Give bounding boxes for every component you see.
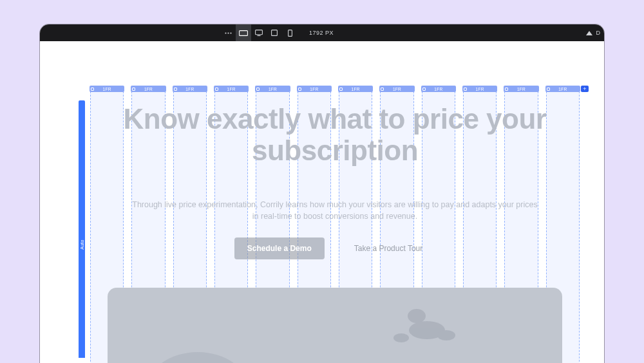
grid-column-header-label: 1FR xyxy=(144,87,153,91)
grid-column-header[interactable]: 1FR xyxy=(379,86,414,92)
grid-column-header[interactable]: 1FR xyxy=(131,86,166,92)
editor-canvas[interactable]: Auto 1FR 1FR 1FR 1FR 1FR 1FR 1FR 1FR 1FR… xyxy=(40,41,604,363)
schedule-demo-button[interactable]: Schedule a Demo xyxy=(234,237,325,259)
grid-column-header-label: 1FR xyxy=(352,87,360,91)
svg-point-2 xyxy=(230,32,231,33)
grid-column-header[interactable]: 1FR xyxy=(504,86,538,92)
breakpoint-tablet-button[interactable] xyxy=(267,24,282,41)
grid-row-marker[interactable]: Auto xyxy=(79,100,85,358)
svg-point-11 xyxy=(393,333,409,342)
add-column-button[interactable]: + xyxy=(581,86,589,92)
page-headline: Know exactly what to price your subscrip… xyxy=(90,103,580,167)
svg-point-1 xyxy=(227,32,229,33)
svg-rect-3 xyxy=(240,30,248,35)
product-tour-button[interactable]: Take a Product Tour xyxy=(341,237,436,259)
grid-column-header[interactable]: 1FR xyxy=(545,86,580,92)
grid-row-label: Auto xyxy=(80,239,84,250)
toolbar-right-label: D xyxy=(596,30,601,36)
grid-column-header-label: 1FR xyxy=(476,87,484,91)
grid-column-header-icon xyxy=(298,88,301,91)
breakpoint-mobile-button[interactable] xyxy=(282,24,298,41)
grid-column-header-icon xyxy=(505,88,508,91)
grid-column-header[interactable]: 1FR xyxy=(255,86,290,92)
grid-column-header-label: 1FR xyxy=(558,87,567,91)
breakpoint-desktop-button[interactable] xyxy=(251,24,267,41)
svg-rect-7 xyxy=(288,30,292,36)
grid-column-header-label: 1FR xyxy=(310,87,318,91)
grid-column-header-icon xyxy=(91,88,94,91)
viewport-width-readout[interactable]: 1792 PX xyxy=(309,30,334,36)
svg-point-0 xyxy=(225,32,226,33)
hero-illustration-figure xyxy=(388,304,459,349)
grid-column-header-icon xyxy=(422,88,426,91)
hero-decorative-shape xyxy=(146,352,249,363)
editor-top-toolbar: 1792 PX D xyxy=(40,24,604,41)
grid-column-header[interactable]: 1FR xyxy=(214,86,249,92)
grid-column-header-label: 1FR xyxy=(103,87,111,91)
grid-column-header[interactable]: 1FR xyxy=(338,86,373,92)
grid-column-header-icon xyxy=(547,88,550,91)
grid-column-header[interactable]: 1FR xyxy=(462,86,497,92)
grid-column-header-label: 1FR xyxy=(185,87,194,91)
svg-point-8 xyxy=(408,309,426,323)
grid-column-header-icon xyxy=(381,88,384,91)
svg-rect-6 xyxy=(272,30,278,36)
hero-media-block xyxy=(108,288,563,363)
grid-column-header-label: 1FR xyxy=(269,87,277,91)
grid-column-header[interactable]: 1FR xyxy=(297,86,332,92)
svg-point-10 xyxy=(437,330,455,340)
design-editor-window: 1792 PX D Auto 1FR 1FR 1FR 1FR 1FR 1FR 1… xyxy=(40,24,604,363)
toolbar-dropdown-icon[interactable] xyxy=(586,31,592,35)
grid-column-header-icon xyxy=(256,88,260,91)
grid-column-header-icon xyxy=(174,88,177,91)
grid-column-header-icon xyxy=(339,88,343,91)
grid-column-header-icon xyxy=(464,88,467,91)
grid-column-header[interactable]: 1FR xyxy=(421,86,456,92)
svg-rect-4 xyxy=(256,30,263,35)
grid-column-header-label: 1FR xyxy=(393,87,401,91)
grid-column-header-label: 1FR xyxy=(434,87,442,91)
grid-column-header-icon xyxy=(132,88,135,91)
plus-icon: + xyxy=(583,86,586,92)
toolbar-more-button[interactable] xyxy=(220,24,236,41)
breakpoint-desktop-wide-button[interactable] xyxy=(236,24,251,41)
grid-column-header[interactable]: 1FR xyxy=(90,86,124,92)
grid-column-header-icon xyxy=(215,88,218,91)
cta-button-row: Schedule a Demo Take a Product Tour xyxy=(90,237,580,259)
grid-column-header[interactable]: 1FR xyxy=(173,86,207,92)
page-subheadline: Through live price experimentation, Corr… xyxy=(129,199,541,222)
grid-column-header-label: 1FR xyxy=(517,87,526,91)
toolbar-button-group xyxy=(220,24,298,41)
grid-column-header-label: 1FR xyxy=(227,87,236,91)
